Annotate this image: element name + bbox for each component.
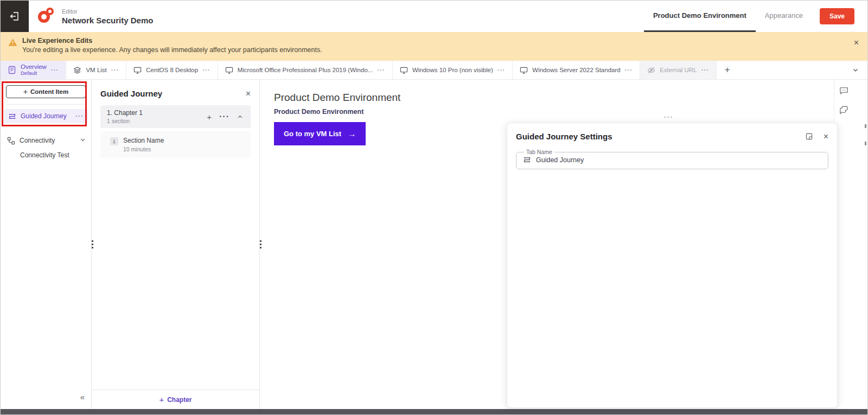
chevron-down-icon[interactable] [80,137,86,144]
live-edits-banner: Live Experience Edits You're editing a l… [1,32,867,61]
add-chapter-label: Chapter [167,396,192,404]
tab-appearance[interactable]: Appearance [756,1,812,32]
section-index-badge: 1 [110,137,118,145]
env-tab-external-url[interactable]: External URL ··· [640,61,717,79]
settings-panel-close-icon[interactable]: × [824,132,828,141]
tab-menu-icon[interactable]: ··· [497,67,506,73]
tab-menu-icon[interactable]: ··· [625,67,633,73]
chapter-meta: 1 section [107,118,143,124]
env-tab-vm-list[interactable]: VM List ··· [66,61,126,79]
tabbar-chevron-down-icon[interactable] [852,61,867,79]
env-tab-windows-10-pro[interactable]: Windows 10 Pro (non visible) ··· [393,61,513,79]
main-preview: Product Demo Environment Product Demo En… [260,80,867,409]
env-tab-ms-office[interactable]: Microsoft Office Professional Plus 2019 … [218,61,393,79]
settings-panel-actions: × [806,132,828,141]
tab-menu-icon[interactable]: ··· [111,67,119,73]
monitor-icon [133,66,142,74]
monitor-icon [225,66,233,74]
journey-panel-footer: + Chapter [92,390,259,409]
save-button[interactable]: Save [820,8,854,24]
tab-menu-icon[interactable]: ··· [377,67,385,73]
content-area: + Content Item Guided Journey ··· Connec… [1,80,867,409]
banner-title: Live Experience Edits [22,37,322,44]
banner-text: Live Experience Edits You're editing a l… [22,37,322,61]
sidebar-group-connectivity[interactable]: Connectivity [7,134,86,147]
add-section-icon[interactable]: + [207,113,212,121]
right-icon-strip [834,80,867,409]
editor-label: Editor [62,8,153,15]
sidebar-item-label: Guided Journey [21,112,67,120]
tab-product-demo-environment[interactable]: Product Demo Environment [644,1,756,32]
exit-icon [9,10,21,22]
monitor-icon [520,66,528,74]
sidebar-group-label: Connectivity [20,137,55,144]
env-tab-label: External URL [660,67,697,73]
journey-panel-title: Guided Journey [100,89,162,98]
header-nav: Product Demo Environment Appearance Save [644,1,867,32]
comment-icon[interactable] [839,86,867,97]
connectivity-icon [7,137,15,145]
guided-journey-panel: Guided Journey × 1. Chapter 1 1 section … [92,80,260,409]
guided-journey-icon [523,156,531,164]
eye-off-icon [647,66,655,74]
cta-label: Go to my VM List [284,130,341,138]
tabbar-spacer [738,61,852,79]
scrollbar[interactable] [865,124,866,159]
banner-message: You're editing a live experience. Any ch… [22,46,322,54]
chapter-card[interactable]: 1. Chapter 1 1 section + ··· [100,105,251,128]
sidebar-divider [6,104,86,105]
add-chapter-button[interactable]: + Chapter [159,395,192,404]
section-text: Section Name 10 minutes [123,137,164,152]
sidebar-resize-handle[interactable] [92,240,93,248]
monitor-icon [400,66,408,74]
journey-panel-close-icon[interactable]: × [246,90,251,98]
env-tab-overview[interactable]: Overview Default ··· [1,61,66,79]
banner-close-icon[interactable]: × [854,39,859,47]
tab-name-label: Tab Name [524,149,554,155]
chapter-menu-icon[interactable]: ··· [219,112,229,122]
env-tab-label: CentOS 8 Desktop [146,67,198,73]
env-tab-centos-8-desktop[interactable]: CentOS 8 Desktop ··· [126,61,218,79]
title-block: Editor Network Security Demo [62,8,153,25]
tab-menu-icon[interactable]: ··· [202,67,210,73]
layers-icon [73,66,81,74]
collapse-sidebar-icon[interactable]: « [80,392,85,401]
settings-panel-title: Guided Journey Settings [516,132,612,141]
env-tab-label: Windows Server 2022 Standard [532,67,620,73]
sidebar-item-menu-icon[interactable]: ··· [75,112,84,120]
sidebar-item-guided-journey[interactable]: Guided Journey ··· [4,109,88,123]
env-tab-label: Microsoft Office Professional Plus 2019 … [238,67,373,73]
chapter-text: 1. Chapter 1 1 section [107,109,143,124]
bottom-bar [1,409,867,415]
add-content-item-label: Content Item [30,88,68,95]
env-tab-label: VM List [86,67,106,73]
tab-menu-icon[interactable]: ··· [51,67,59,73]
sidebar-item-connectivity-test[interactable]: Connectivity Test [20,151,91,159]
journey-panel-header: Guided Journey × [92,80,259,105]
editor-app: Editor Network Security Demo Product Dem… [0,0,868,415]
env-tab-sublabel: Default [21,71,47,76]
content-sidebar: + Content Item Guided Journey ··· Connec… [1,80,92,409]
chats-icon[interactable] [839,105,867,116]
app-header: Editor Network Security Demo Product Dem… [1,1,867,32]
chapter-actions: + ··· [207,112,243,122]
tab-name-input[interactable] [536,156,821,164]
go-to-vm-list-button[interactable]: Go to my VM List → [274,122,366,145]
settings-panel-drag-handle[interactable]: ··· [664,113,674,121]
add-content-item-button[interactable]: + Content Item [6,85,86,98]
env-tab-windows-server-2022[interactable]: Windows Server 2022 Standard ··· [513,61,640,79]
plus-icon: + [159,395,164,404]
tab-name-row [522,155,822,164]
chapter-collapse-icon[interactable] [237,114,243,120]
journey-panel-resize-handle[interactable] [260,240,261,248]
expand-panel-icon[interactable] [806,133,813,140]
section-item[interactable]: 1 Section Name 10 minutes [100,131,251,158]
section-name: Section Name [123,137,164,144]
overview-icon [8,66,16,74]
arrow-right-icon: → [348,129,356,138]
experience-title: Network Security Demo [62,16,153,25]
preview-heading: Product Demo Environment [274,92,867,104]
exit-editor-button[interactable] [1,1,29,32]
tab-menu-icon[interactable]: ··· [701,67,710,73]
add-tab-button[interactable]: + [717,61,738,79]
